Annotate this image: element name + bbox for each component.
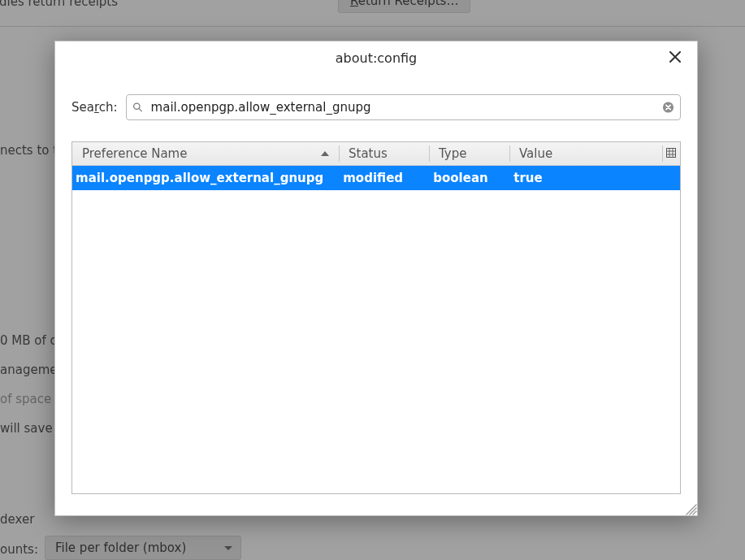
column-picker-button[interactable] [662, 142, 680, 165]
table-body[interactable]: mail.openpgp.allow_external_gnupg modifi… [72, 166, 680, 493]
column-header-name[interactable]: Preference Name [72, 142, 339, 165]
close-icon [669, 41, 681, 76]
search-input[interactable] [149, 99, 656, 115]
search-box[interactable] [126, 94, 681, 120]
dialog-title: about:config [336, 50, 418, 66]
table-row[interactable]: mail.openpgp.allow_external_gnupg modifi… [72, 166, 680, 190]
column-header-status[interactable]: Status [339, 142, 429, 165]
dialog-close-button[interactable] [658, 41, 692, 76]
column-picker-icon [666, 146, 676, 161]
column-header-value[interactable]: Value [509, 142, 662, 165]
search-icon [132, 102, 143, 113]
svg-rect-2 [667, 149, 676, 158]
table-header: Preference Name Status Type Value [72, 142, 680, 166]
cell-pref-status: modified [333, 171, 423, 185]
cell-pref-type: boolean [423, 171, 504, 185]
dialog-resize-handle[interactable] [684, 502, 697, 515]
preference-table: Preference Name Status Type Value [71, 141, 681, 494]
cell-pref-name: mail.openpgp.allow_external_gnupg [72, 171, 333, 185]
clear-search-icon[interactable] [662, 102, 674, 114]
column-header-type[interactable]: Type [429, 142, 509, 165]
about-config-dialog: about:config Search: [54, 41, 698, 516]
sort-ascending-icon [321, 151, 329, 156]
search-label: Search: [71, 100, 118, 115]
dialog-titlebar: about:config [55, 41, 697, 76]
cell-pref-value: true [504, 171, 680, 185]
